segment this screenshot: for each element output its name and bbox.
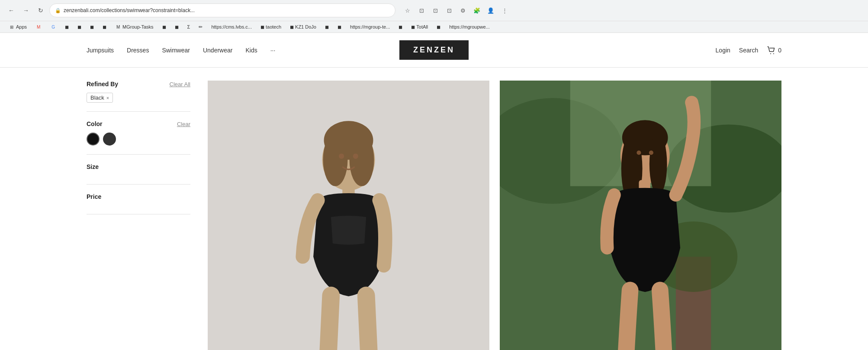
lock-icon: 🔒 xyxy=(55,8,61,13)
bookmark-google[interactable]: G xyxy=(47,23,60,31)
browser-chrome: ← → ↻ 🔒 zenzenbali.com/collections/swimw… xyxy=(0,0,868,33)
svg-point-1 xyxy=(773,53,774,54)
bookmark-item-3[interactable]: ◼ xyxy=(87,23,97,31)
bookmark-apps[interactable]: ⊞ Apps xyxy=(5,23,30,31)
product-image-2 xyxy=(500,81,781,350)
more-options-button[interactable]: ⋮ xyxy=(498,4,511,16)
bookmark-item-1[interactable]: ◼ xyxy=(61,23,72,31)
bookmark-mgroupwe[interactable]: https://mgroupwe... xyxy=(446,23,493,30)
color-swatch-black[interactable] xyxy=(87,133,100,146)
svg-point-21 xyxy=(637,150,641,155)
bookmark-mgroup-te[interactable]: https://mgroup-te... xyxy=(347,23,393,30)
bookmark-sigma[interactable]: Σ xyxy=(184,23,194,30)
extension-button-1[interactable]: ⊡ xyxy=(415,4,428,16)
svg-point-6 xyxy=(350,133,374,186)
nav-underwear[interactable]: Underwear xyxy=(203,47,232,54)
browser-actions: ☆ ⊡ ⊡ ⊡ ⚙ 🧩 👤 ⋮ xyxy=(402,4,511,16)
bookmark-cms[interactable]: https://cms.lvbs.c... xyxy=(208,23,255,30)
bookmark-item-6[interactable]: ◼ xyxy=(171,23,182,31)
svg-point-0 xyxy=(770,53,771,54)
cart-icon xyxy=(767,45,776,55)
nav-dresses[interactable]: Dresses xyxy=(127,47,149,54)
bookmark-mgroup-tasks-label: MGroup-Tasks xyxy=(122,24,154,29)
mgroup-tasks-icon: M xyxy=(115,24,121,30)
clear-all-button[interactable]: Clear All xyxy=(170,81,190,88)
login-button[interactable]: Login xyxy=(716,47,730,54)
black-filter-tag[interactable]: Black × xyxy=(87,93,113,103)
price-title: Price xyxy=(87,193,101,200)
bookmark-item-8[interactable]: ◼ xyxy=(334,23,345,31)
nav-more[interactable]: ··· xyxy=(270,47,276,54)
cart-button[interactable]: 0 xyxy=(767,45,781,55)
refined-by-header: Refined By Clear All xyxy=(87,81,190,88)
gmail-icon: M xyxy=(35,24,42,30)
color-title: Color xyxy=(87,120,103,127)
color-section: Color Clear xyxy=(87,120,190,155)
extension-button-2[interactable]: ⊡ xyxy=(429,4,441,16)
forward-button[interactable]: → xyxy=(20,4,32,16)
bookmark-taotech[interactable]: ◼ taotech xyxy=(257,23,285,31)
price-section: Price xyxy=(87,193,190,214)
nav-jumpsuits[interactable]: Jumpsuits xyxy=(87,47,114,54)
google-icon: G xyxy=(50,24,56,30)
url-text: zenzenbali.com/collections/swimwear?cons… xyxy=(64,7,195,13)
product-card-2[interactable] xyxy=(500,81,781,350)
bookmark-item-7[interactable]: ◼ xyxy=(321,23,332,31)
svg-point-19 xyxy=(649,133,667,195)
site-header-right: Login Search 0 xyxy=(716,45,781,55)
apps-icon: ⊞ xyxy=(9,24,15,30)
nav-kids[interactable]: Kids xyxy=(245,47,257,54)
bookmarks-bar: ⊞ Apps M G ◼ ◼ ◼ ◼ M MGroup-Tasks ◼ ◼ Σ … xyxy=(0,21,868,32)
bookmark-totall[interactable]: ◼ TotAll xyxy=(408,23,431,31)
bookmark-item-5[interactable]: ◼ xyxy=(159,23,170,31)
site-logo[interactable]: ZENZEN xyxy=(399,40,469,60)
bookmark-pencil[interactable]: ✏ xyxy=(195,23,206,31)
remove-filter-icon: × xyxy=(106,95,109,100)
price-header: Price xyxy=(87,193,190,200)
svg-point-5 xyxy=(323,133,348,186)
site-header: Jumpsuits Dresses Swimwear Underwear Kid… xyxy=(0,33,868,68)
product-card-1[interactable] xyxy=(208,81,489,350)
size-header: Size xyxy=(87,163,190,170)
product-image-1 xyxy=(208,81,489,350)
site-main: Refined By Clear All Black × Color Clear… xyxy=(0,68,868,350)
profile-button[interactable]: 👤 xyxy=(485,4,497,16)
size-section: Size xyxy=(87,163,190,185)
bookmark-kz1dojo[interactable]: ◼ KZ1 DoJo xyxy=(286,23,320,31)
site-logo-wrap: ZENZEN xyxy=(399,40,469,60)
bookmark-item-4[interactable]: ◼ xyxy=(99,23,110,31)
product-grid xyxy=(208,81,781,350)
extension-button-4[interactable]: ⚙ xyxy=(457,4,469,16)
size-title: Size xyxy=(87,163,99,170)
address-bar[interactable]: 🔒 zenzenbali.com/collections/swimwear?co… xyxy=(49,3,395,17)
bookmark-gmail[interactable]: M xyxy=(32,23,45,31)
bookmark-mgroup-tasks[interactable]: M MGroup-Tasks xyxy=(112,23,157,31)
bookmark-item-9[interactable]: ◼ xyxy=(395,23,406,31)
color-swatch-dark[interactable] xyxy=(103,133,116,146)
cart-count: 0 xyxy=(778,47,781,54)
bookmark-apps-label: Apps xyxy=(16,24,27,29)
refined-by-title: Refined By xyxy=(87,81,118,88)
extension-button-3[interactable]: ⊡ xyxy=(443,4,455,16)
svg-point-8 xyxy=(339,154,344,159)
sidebar: Refined By Clear All Black × Color Clear… xyxy=(87,81,190,350)
site-nav: Jumpsuits Dresses Swimwear Underwear Kid… xyxy=(87,47,275,54)
refined-by-section: Refined By Clear All Black × xyxy=(87,81,190,112)
reload-button[interactable]: ↻ xyxy=(35,4,47,16)
extensions-puzzle-button[interactable]: 🧩 xyxy=(471,4,483,16)
browser-toolbar: ← → ↻ 🔒 zenzenbali.com/collections/swimw… xyxy=(0,0,868,21)
filter-tag-label: Black xyxy=(90,94,104,101)
search-button[interactable]: Search xyxy=(739,47,758,54)
bookmark-item-10[interactable]: ◼ xyxy=(433,23,444,31)
bookmark-star-button[interactable]: ☆ xyxy=(402,4,414,16)
svg-point-9 xyxy=(353,154,358,159)
bookmark-item-2[interactable]: ◼ xyxy=(74,23,85,31)
svg-point-22 xyxy=(649,150,653,155)
color-swatches xyxy=(87,133,190,146)
color-header: Color Clear xyxy=(87,120,190,127)
nav-swimwear[interactable]: Swimwear xyxy=(162,47,190,54)
back-button[interactable]: ← xyxy=(5,4,17,16)
color-clear-button[interactable]: Clear xyxy=(177,121,190,127)
